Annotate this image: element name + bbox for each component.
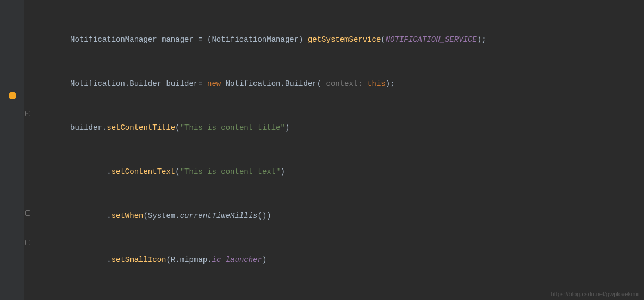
code-content[interactable]: NotificationManager manager = (Notificat… bbox=[24, 0, 644, 300]
watermark: https://blog.csdn.net/gwplovekimi bbox=[551, 291, 639, 297]
code-line[interactable]: .setContentText("This is content text") bbox=[24, 165, 644, 179]
bulb-icon[interactable] bbox=[0, 88, 24, 103]
gutter: − − − bbox=[0, 0, 24, 300]
code-line[interactable]: builder.setContentTitle("This is content… bbox=[24, 121, 644, 135]
code-editor[interactable]: − − − NotificationManager manager = (Not… bbox=[0, 0, 644, 300]
code-line[interactable]: NotificationManager manager = (Notificat… bbox=[24, 29, 644, 47]
code-line[interactable]: Notification.Builder builder= new Notifi… bbox=[24, 77, 644, 91]
code-line[interactable]: .setWhen(System.currentTimeMillis()) bbox=[24, 209, 644, 223]
code-line[interactable]: .setSmallIcon(R.mipmap.ic_launcher) bbox=[24, 253, 644, 267]
